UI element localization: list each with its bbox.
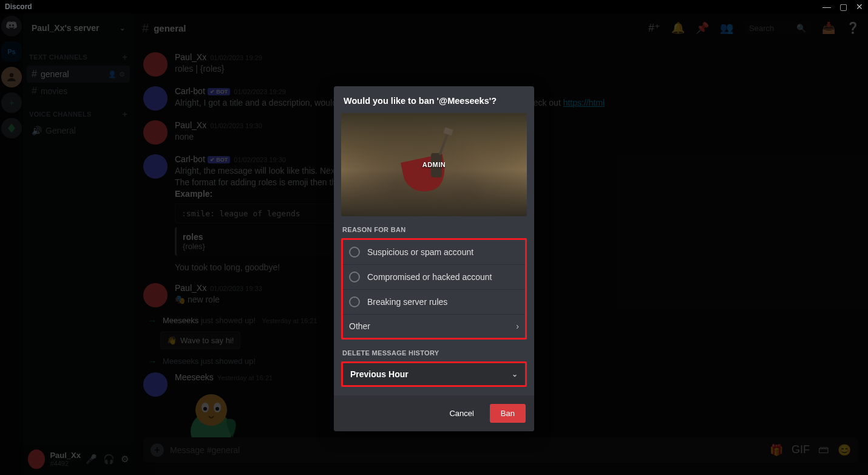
- reason-label: Compromised or hacked account: [367, 272, 492, 282]
- reason-label: Breaking server rules: [367, 297, 447, 307]
- delete-history-select[interactable]: Previous Hour ⌄: [343, 363, 525, 385]
- app-name: Discord: [5, 2, 32, 11]
- window-maximize-icon[interactable]: ▢: [839, 2, 847, 12]
- select-value: Previous Hour: [350, 369, 409, 379]
- chevron-down-icon: ⌄: [512, 370, 518, 378]
- reason-section-label: REASON FOR BAN: [334, 216, 534, 238]
- ban-reason-other[interactable]: Other ›: [343, 315, 525, 338]
- ban-reason-suspicious[interactable]: Suspicious or spam account: [343, 240, 525, 265]
- reason-label: Suspicious or spam account: [367, 247, 473, 257]
- window-close-icon[interactable]: ✕: [856, 2, 863, 12]
- ban-button[interactable]: Ban: [490, 404, 526, 423]
- modal-title: Would you like to ban '@Meeseeks'?: [334, 86, 534, 113]
- ban-reason-compromised[interactable]: Compromised or hacked account: [343, 265, 525, 290]
- window-minimize-icon[interactable]: —: [822, 2, 831, 12]
- delete-history-label: DELETE MESSAGE HISTORY: [334, 340, 534, 361]
- cancel-button[interactable]: Cancel: [438, 404, 484, 423]
- radio-icon: [349, 272, 360, 282]
- admin-overlay-text: ADMIN: [422, 161, 446, 168]
- ban-reason-list: Suspicious or spam account Compromised o…: [341, 238, 527, 340]
- ban-gif: ADMIN: [341, 113, 527, 216]
- radio-icon: [349, 247, 360, 258]
- reason-label: Other: [349, 321, 370, 331]
- chevron-right-icon: ›: [516, 321, 519, 331]
- radio-icon: [349, 296, 360, 307]
- ban-modal: Would you like to ban '@Meeseeks'? ADMIN…: [334, 86, 534, 431]
- ban-reason-breaking-rules[interactable]: Breaking server rules: [343, 290, 525, 315]
